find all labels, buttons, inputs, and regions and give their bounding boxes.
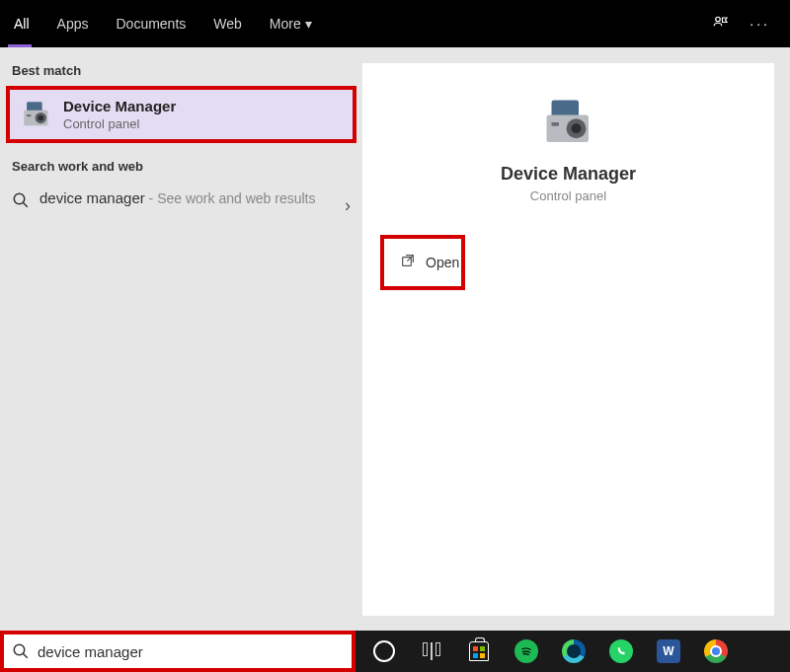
- search-body: Best match Device Manager Control panel …: [0, 47, 790, 631]
- search-icon: [12, 191, 30, 213]
- svg-point-0: [716, 17, 721, 22]
- chevron-right-icon[interactable]: ›: [345, 189, 351, 216]
- detail-subtitle: Control panel: [362, 188, 774, 203]
- device-manager-icon: [539, 93, 598, 152]
- svg-rect-5: [27, 114, 31, 116]
- tab-apps[interactable]: Apps: [43, 0, 103, 47]
- whatsapp-icon[interactable]: [608, 638, 634, 664]
- svg-point-4: [38, 115, 43, 121]
- tab-web[interactable]: Web: [199, 0, 256, 47]
- taskbar: W: [356, 631, 790, 672]
- open-action[interactable]: Open: [380, 235, 465, 290]
- detail-title: Device Manager: [362, 164, 774, 185]
- svg-line-7: [23, 202, 28, 207]
- svg-rect-8: [551, 101, 579, 118]
- task-view-icon[interactable]: [419, 638, 444, 664]
- spotify-icon[interactable]: [514, 638, 539, 664]
- search-icon: [12, 642, 30, 660]
- best-match-result[interactable]: Device Manager Control panel: [6, 86, 356, 143]
- chevron-down-icon: ▾: [305, 16, 312, 32]
- best-match-text: Device Manager Control panel: [63, 98, 176, 131]
- bottom-bar: W: [0, 631, 790, 672]
- cortana-icon[interactable]: [371, 638, 397, 664]
- svg-point-14: [14, 644, 25, 655]
- web-result-row[interactable]: device manager - See work and web result…: [0, 182, 362, 224]
- svg-point-11: [571, 123, 581, 133]
- open-label: Open: [426, 255, 459, 270]
- search-input[interactable]: [38, 643, 344, 660]
- open-icon: [400, 253, 416, 272]
- tab-all[interactable]: All: [0, 0, 43, 47]
- svg-rect-12: [551, 122, 559, 126]
- web-result-suffix: - See work and web results: [145, 190, 316, 206]
- best-match-subtitle: Control panel: [63, 116, 176, 131]
- tab-more[interactable]: More ▾: [256, 0, 326, 47]
- detail-column: Device Manager Control panel Open: [362, 47, 790, 631]
- web-result-text: device manager - See work and web result…: [40, 189, 345, 206]
- microsoft-store-icon[interactable]: [466, 638, 492, 664]
- edge-icon[interactable]: [561, 638, 587, 664]
- feedback-icon[interactable]: [712, 15, 730, 33]
- device-manager-icon: [20, 98, 53, 131]
- more-options-icon[interactable]: ···: [750, 16, 770, 32]
- search-box[interactable]: [0, 631, 356, 672]
- web-result-query: device manager: [40, 189, 145, 206]
- svg-rect-1: [27, 102, 42, 112]
- best-match-title: Device Manager: [63, 98, 176, 114]
- word-icon[interactable]: W: [656, 638, 681, 664]
- results-column: Best match Device Manager Control panel …: [0, 47, 362, 631]
- search-web-heading: Search work and web: [0, 153, 362, 182]
- tab-documents[interactable]: Documents: [102, 0, 199, 47]
- search-header: All Apps Documents Web More ▾ ···: [0, 0, 790, 47]
- svg-line-15: [23, 653, 28, 658]
- best-match-heading: Best match: [0, 57, 362, 86]
- chrome-icon[interactable]: [703, 638, 729, 664]
- tab-more-label: More: [270, 16, 301, 32]
- svg-point-6: [14, 193, 25, 204]
- detail-panel: Device Manager Control panel Open: [362, 63, 774, 616]
